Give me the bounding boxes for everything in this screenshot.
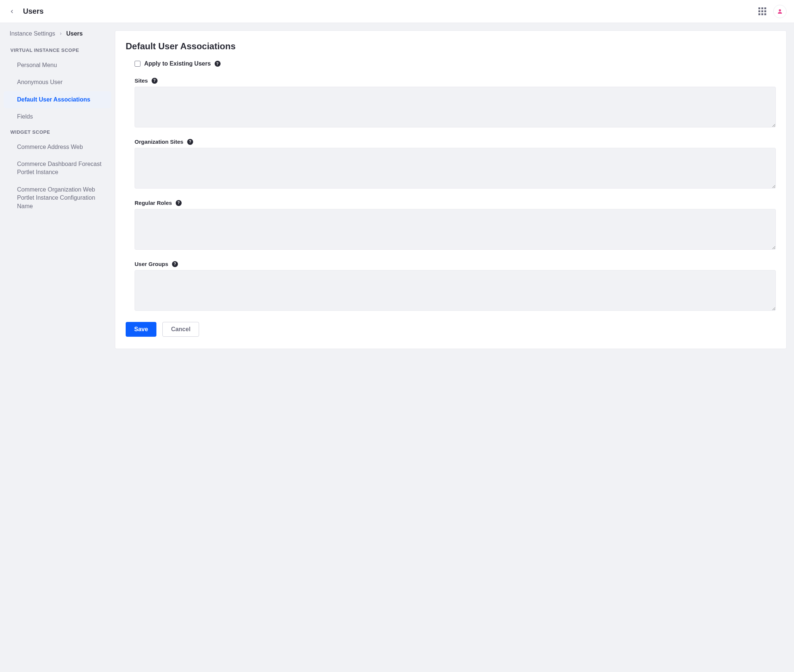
org-sites-input[interactable]: [135, 148, 776, 189]
apply-existing-label[interactable]: Apply to Existing Users: [144, 61, 211, 67]
field-org-sites: Organization Sites ?: [135, 139, 776, 190]
form-card: Default User Associations Apply to Exist…: [115, 30, 787, 349]
form-title: Default User Associations: [126, 41, 776, 51]
save-button[interactable]: Save: [126, 322, 156, 337]
apps-button[interactable]: [758, 7, 767, 16]
field-sites-label: Sites: [135, 77, 148, 84]
field-user-groups: User Groups ?: [135, 261, 776, 312]
chevron-right-icon: [59, 30, 63, 37]
apps-grid-icon: [759, 7, 766, 15]
field-regular-roles-label: Regular Roles: [135, 200, 172, 206]
sidebar-item-default-user-associations[interactable]: Default User Associations: [4, 91, 111, 108]
apply-existing-row: Apply to Existing Users ?: [135, 61, 776, 67]
sidebar-item-personal-menu[interactable]: Personal Menu: [4, 57, 111, 74]
avatar-button[interactable]: [773, 5, 787, 18]
user-icon: [777, 8, 783, 14]
field-user-groups-label: User Groups: [135, 261, 168, 267]
main: Default User Associations Apply to Exist…: [115, 23, 794, 356]
form-section: Apply to Existing Users ? Sites ? Organi…: [126, 61, 776, 312]
topbar: Users: [0, 0, 794, 23]
regular-roles-input[interactable]: [135, 209, 776, 250]
sidebar-item-commerce-organization-web[interactable]: Commerce Organization Web Portlet Instan…: [4, 181, 111, 215]
help-icon[interactable]: ?: [215, 61, 221, 67]
sidebar-item-anonymous-user[interactable]: Anonymous User: [4, 74, 111, 91]
help-icon[interactable]: ?: [152, 78, 157, 84]
sites-input[interactable]: [135, 87, 776, 128]
help-icon[interactable]: ?: [172, 261, 178, 267]
page-title: Users: [23, 7, 44, 16]
help-icon[interactable]: ?: [187, 139, 193, 145]
chevron-left-icon: [9, 9, 14, 14]
field-regular-roles: Regular Roles ?: [135, 200, 776, 251]
user-groups-input[interactable]: [135, 270, 776, 311]
breadcrumb-parent[interactable]: Instance Settings: [10, 30, 55, 37]
sidebar: Instance Settings Users VIRTUAL INSTANCE…: [0, 23, 115, 222]
back-button[interactable]: [7, 7, 16, 16]
sidebar-section-widget-list: Commerce Address Web Commerce Dashboard …: [4, 139, 111, 215]
cancel-button[interactable]: Cancel: [162, 322, 199, 337]
sidebar-item-commerce-dashboard-forecast[interactable]: Commerce Dashboard Forecast Portlet Inst…: [4, 155, 111, 181]
breadcrumb: Instance Settings Users: [4, 30, 111, 44]
sidebar-section-virtual-list: Personal Menu Anonymous User Default Use…: [4, 57, 111, 126]
sidebar-item-commerce-address-web[interactable]: Commerce Address Web: [4, 139, 111, 155]
topbar-right: [758, 5, 787, 18]
breadcrumb-current: Users: [66, 30, 83, 37]
field-org-sites-label: Organization Sites: [135, 139, 183, 145]
field-sites: Sites ?: [135, 77, 776, 129]
sidebar-section-widget-title: WIDGET SCOPE: [4, 126, 111, 139]
topbar-left: Users: [7, 7, 44, 16]
apply-existing-checkbox[interactable]: [135, 61, 141, 67]
help-icon[interactable]: ?: [176, 200, 182, 206]
content-area: Instance Settings Users VIRTUAL INSTANCE…: [0, 23, 794, 672]
sidebar-section-virtual-title: VIRTUAL INSTANCE SCOPE: [4, 44, 111, 57]
button-row: Save Cancel: [126, 322, 776, 337]
sidebar-item-fields[interactable]: Fields: [4, 108, 111, 125]
